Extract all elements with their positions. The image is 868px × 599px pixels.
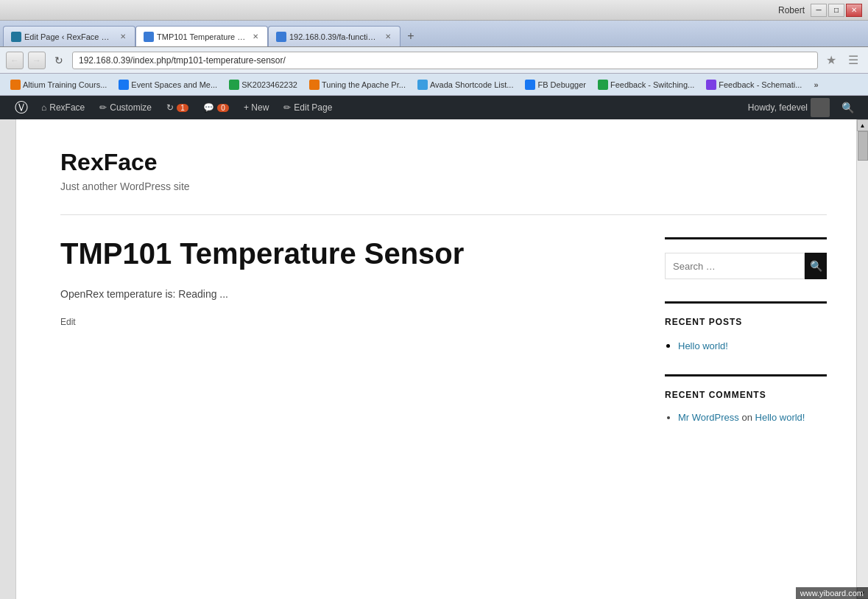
bookmark-icon-feedback-schemati	[706, 80, 716, 90]
browser-tab-2[interactable]: TMP101 Temperature Sen... ✕	[135, 26, 268, 46]
scroll-left-gutter	[0, 119, 16, 599]
sidebar-recent-comments-section: RECENT COMMENTS Mr WordPress on Hello wo…	[665, 374, 827, 423]
bookmark-icon-altium	[10, 80, 21, 90]
recent-post-link-1[interactable]: Hello world!	[678, 340, 728, 351]
wp-search-icon[interactable]: 🔍	[836, 96, 859, 119]
page-wrapper: RexFace Just another WordPress site TMP1…	[16, 119, 868, 599]
post-title: TMP101 Temperature Sensor	[60, 237, 635, 270]
browser-menu-icon[interactable]: ☰	[844, 52, 862, 69]
browser-tab-3[interactable]: 192.168.0.39/fa-functions... ✕	[268, 26, 401, 46]
bookmark-eventspaces[interactable]: Event Spaces and Me...	[114, 78, 222, 91]
watermark: www.yiboard.com	[796, 587, 868, 599]
tab-close-1[interactable]: ✕	[119, 32, 127, 42]
bookmark-icon-avada	[417, 80, 428, 90]
wp-customize-label: Customize	[110, 102, 152, 113]
wp-comments-item[interactable]: 💬 0	[196, 96, 236, 119]
refresh-button[interactable]: ↻	[50, 52, 68, 69]
tab-label-2: TMP101 Temperature Sen...	[157, 32, 247, 41]
bookmark-label-eventspaces: Event Spaces and Me...	[131, 80, 217, 89]
window-controls: ─ □ ✕	[811, 4, 862, 17]
bookmark-star-icon[interactable]: ★	[822, 52, 840, 69]
bookmark-icon-sk	[229, 80, 239, 90]
vertical-scrollbar[interactable]: ▲ ▼	[856, 119, 868, 599]
wp-editpage-label: Edit Page	[294, 102, 332, 113]
updates-icon: ↻	[166, 102, 174, 113]
bookmarks-more-button[interactable]: »	[809, 79, 822, 91]
new-label: + New	[244, 102, 269, 113]
site-header: RexFace Just another WordPress site	[60, 149, 827, 215]
title-bar: Robert ─ □ ✕	[0, 0, 868, 21]
bookmark-icon-feedback-switching	[598, 80, 608, 90]
comments-icon: 💬	[203, 102, 214, 113]
recent-comments-list: Mr WordPress on Hello world!	[665, 412, 827, 423]
site-content: RexFace Just another WordPress site TMP1…	[16, 119, 856, 599]
bookmark-avada[interactable]: Avada Shortcode List...	[413, 78, 518, 91]
wp-updates-item[interactable]: ↻ 1	[159, 96, 196, 119]
updates-badge: 1	[177, 104, 188, 112]
browser-tab-1[interactable]: Edit Page ‹ RexFace — W... ✕	[3, 26, 135, 46]
bookmarks-bar: Altium Training Cours... Event Spaces an…	[0, 74, 868, 96]
bookmark-label-tuning: Tuning the Apache Pr...	[322, 80, 406, 89]
back-button[interactable]: ←	[6, 52, 24, 69]
recent-post-item-1: Hello world!	[678, 339, 827, 352]
comment-post-link-1[interactable]: Hello world!	[755, 412, 805, 423]
comment-on-text: on	[741, 412, 755, 423]
bookmark-feedback-schemati[interactable]: Feedback - Schemati...	[702, 78, 806, 91]
url-input[interactable]	[72, 52, 818, 69]
bookmark-label-feedback-switching: Feedback - Switching...	[610, 80, 694, 89]
search-divider	[665, 237, 827, 239]
forward-button[interactable]: →	[28, 52, 46, 69]
bookmark-label-sk: SK2023462232	[241, 80, 297, 89]
bookmark-label-feedback-schemati: Feedback - Schemati...	[719, 80, 802, 89]
wp-new-item[interactable]: + New	[236, 96, 276, 119]
bookmark-tuning[interactable]: Tuning the Apache Pr...	[305, 78, 410, 91]
post-edit-link[interactable]: Edit	[60, 317, 76, 327]
wp-logo-icon: Ⓥ	[15, 99, 28, 116]
wp-editpage-item[interactable]: ✏ Edit Page	[276, 96, 339, 119]
bookmark-label-fbdebugger: FB Debugger	[537, 80, 585, 89]
bookmark-label-altium: Altium Training Cours...	[23, 80, 107, 89]
tab-favicon-1	[11, 32, 21, 42]
home-icon: ⌂	[41, 102, 46, 113]
scroll-track[interactable]	[857, 131, 869, 587]
close-button[interactable]: ✕	[846, 4, 862, 17]
bookmark-feedback-switching[interactable]: Feedback - Switching...	[593, 78, 699, 91]
recent-posts-divider	[665, 301, 827, 304]
site-tagline: Just another WordPress site	[60, 181, 827, 192]
tab-favicon-2	[144, 32, 154, 42]
wp-rexface-item[interactable]: ⌂ RexFace	[34, 96, 92, 119]
tabs-bar: Edit Page ‹ RexFace — W... ✕ TMP101 Temp…	[0, 21, 868, 47]
wp-user-area[interactable]: Howdy, fedevel	[742, 98, 836, 117]
search-button[interactable]: 🔍	[805, 253, 827, 279]
wp-customize-item[interactable]: ✏ Customize	[92, 96, 159, 119]
howdy-text: Howdy, fedevel	[748, 102, 808, 113]
tab-label-3: 192.168.0.39/fa-functions...	[289, 32, 378, 41]
sidebar-search-section: 🔍	[665, 237, 827, 279]
bookmark-icon-eventspaces	[119, 80, 129, 90]
comments-badge: 0	[217, 104, 229, 112]
wp-logo-item[interactable]: Ⓥ	[9, 96, 34, 119]
tab-label-1: Edit Page ‹ RexFace — W...	[24, 32, 114, 41]
scroll-thumb[interactable]	[858, 131, 868, 161]
bookmark-altium[interactable]: Altium Training Cours...	[6, 78, 111, 91]
minimize-button[interactable]: ─	[811, 4, 827, 17]
recent-posts-list: Hello world!	[665, 339, 827, 352]
comment-author-link-1[interactable]: Mr WordPress	[678, 412, 739, 423]
browser-content: RexFace Just another WordPress site TMP1…	[0, 119, 868, 599]
tab-close-2[interactable]: ✕	[251, 32, 260, 42]
bookmark-fbdebugger[interactable]: FB Debugger	[521, 78, 590, 91]
recent-comments-title: RECENT COMMENTS	[665, 390, 827, 400]
recent-posts-title: RECENT POSTS	[665, 317, 827, 327]
search-input[interactable]	[665, 253, 805, 279]
sidebar: 🔍 RECENT POSTS Hello world!	[665, 237, 827, 445]
new-tab-button[interactable]: +	[401, 26, 421, 46]
tab-close-3[interactable]: ✕	[383, 32, 392, 42]
post-content: OpenRex temperature is: Reading ...	[60, 288, 635, 300]
recent-comments-divider	[665, 374, 827, 376]
tab-favicon-3	[276, 32, 286, 42]
scroll-up-arrow[interactable]: ▲	[857, 119, 869, 131]
bookmark-sk[interactable]: SK2023462232	[225, 78, 302, 91]
editpage-icon: ✏	[283, 102, 291, 113]
wp-admin-right: Howdy, fedevel 🔍	[742, 96, 859, 119]
maximize-button[interactable]: □	[828, 4, 844, 17]
